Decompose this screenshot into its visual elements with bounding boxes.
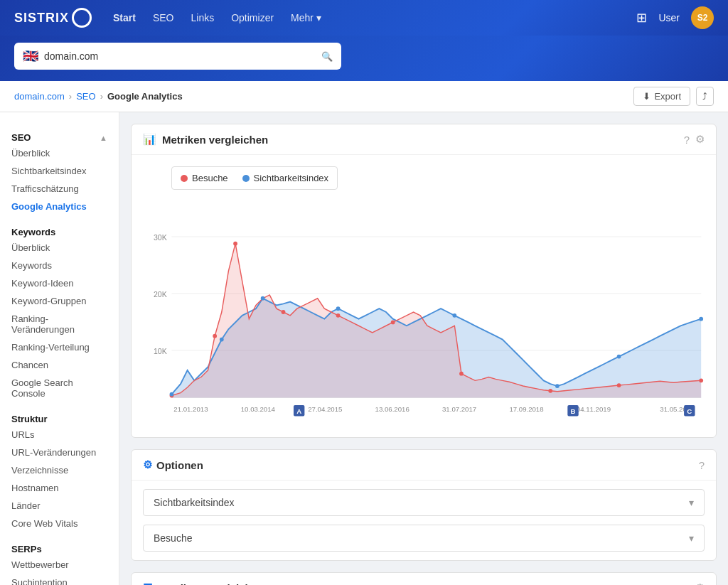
- svg-text:21.01.2013: 21.01.2013: [173, 405, 208, 413]
- logo: SISTRIX: [14, 8, 92, 28]
- search-input[interactable]: [44, 50, 316, 62]
- red-dot: [459, 372, 464, 376]
- sidebar-keywords-header: Keywords: [0, 222, 119, 239]
- sidebar-item-google-search-console[interactable]: Google Search Console: [0, 374, 119, 402]
- svg-text:30K: 30K: [154, 233, 167, 242]
- svg-text:13.06.2016: 13.06.2016: [375, 405, 410, 413]
- sidebar-item-ueberblick-seo[interactable]: Überblick: [0, 144, 119, 162]
- flag-icon: 🇬🇧: [23, 48, 38, 64]
- chart-settings-button[interactable]: ⚙: [695, 133, 705, 146]
- share-button[interactable]: ⤴: [696, 87, 714, 106]
- logo-circle: [72, 8, 92, 28]
- sidebar-item-keywords[interactable]: Keywords: [0, 257, 119, 274]
- sidebar-item-wettbewerber[interactable]: Wettbewerber: [0, 556, 119, 574]
- legend-besuche: Besuche: [181, 173, 228, 183]
- chart-card-actions: ? ⚙: [684, 133, 705, 146]
- dropdown-besuche[interactable]: Besuche ▾: [143, 525, 705, 552]
- table-card-header: ☰ Metriken vergleichen ? ⚙: [132, 573, 716, 585]
- chart-card-header: 📊 Metriken vergleichen ? ⚙: [132, 124, 716, 155]
- sidebar-item-keyword-ideen[interactable]: Keyword-Ideen: [0, 274, 119, 292]
- chart-help-button[interactable]: ?: [684, 134, 690, 146]
- blue-dot: [336, 306, 341, 311]
- nav-start[interactable]: Start: [113, 9, 136, 26]
- sidebar-item-laender[interactable]: Länder: [0, 497, 119, 515]
- main-layout: SEO ▲ Überblick Sichtbarkeitsindex Traff…: [0, 112, 728, 585]
- top-navigation: SISTRIX Start SEO Links Optimizer Mehr ▾…: [0, 0, 728, 36]
- sidebar-seo-title: SEO: [11, 132, 31, 143]
- chart-card: 📊 Metriken vergleichen ? ⚙ Besuche: [131, 124, 717, 438]
- blue-dot: [261, 296, 265, 301]
- sidebar-item-core-web-vitals[interactable]: Core Web Vitals: [0, 515, 119, 532]
- sidebar-item-verzeichnisse[interactable]: Verzeichnisse: [0, 461, 119, 479]
- red-dot: [233, 242, 237, 246]
- table-help-button[interactable]: ?: [684, 582, 690, 586]
- nav-seo[interactable]: SEO: [153, 9, 174, 26]
- sidebar-item-chancen[interactable]: Chancen: [0, 356, 119, 374]
- options-card: ⚙ Optionen ? Sichtbarkeitsindex ▾ Besuch…: [131, 449, 717, 561]
- search-bar: 🇬🇧 🔍: [14, 43, 341, 70]
- svg-text:20K: 20K: [154, 290, 167, 299]
- sidebar-item-suchintention[interactable]: Suchintention: [0, 574, 119, 585]
- sidebar-item-hostnamen[interactable]: Hostnamen: [0, 479, 119, 497]
- chart-legend: Besuche Sichtbarkeitsindex: [171, 166, 338, 190]
- svg-text:04.11.2019: 04.11.2019: [577, 405, 611, 413]
- sidebar-item-google-analytics[interactable]: Google Analytics: [0, 198, 119, 215]
- sidebar-item-ranking-veraenderungen[interactable]: Ranking-Veränderungen: [0, 310, 119, 338]
- sidebar-item-trafficsschaetzung[interactable]: Trafficschätzung: [0, 180, 119, 198]
- blue-dot: [170, 392, 174, 397]
- sidebar-struktur-header: Struktur: [0, 409, 119, 426]
- breadcrumb-sep-2: ›: [100, 91, 103, 102]
- avatar[interactable]: S2: [691, 6, 714, 29]
- options-title: ⚙ Optionen: [143, 458, 203, 471]
- legend-label-sichtbarkeit: Sichtbarkeitsindex: [254, 173, 329, 183]
- options-help-button[interactable]: ?: [699, 459, 705, 471]
- sidebar-seo-toggle[interactable]: ▲: [100, 134, 107, 142]
- table-card-actions: ? ⚙: [684, 581, 705, 585]
- grid-icon[interactable]: ⊞: [636, 10, 647, 26]
- svg-text:31.07.2017: 31.07.2017: [442, 405, 476, 413]
- svg-text:C: C: [687, 407, 692, 415]
- options-gear-icon: ⚙: [143, 458, 152, 471]
- chart-svg-wrapper: 30K 20K 10K 21.01.2013 10.03.2014 27.04.…: [143, 198, 705, 426]
- breadcrumb-bar: domain.com › SEO › Google Analytics ⬇ Ex…: [0, 81, 728, 112]
- breadcrumb-sep-1: ›: [69, 91, 72, 102]
- svg-text:A: A: [296, 407, 301, 415]
- sidebar-section-seo: SEO ▲ Überblick Sichtbarkeitsindex Traff…: [0, 128, 119, 215]
- breadcrumb-seo[interactable]: SEO: [76, 91, 95, 102]
- red-dot: [213, 334, 217, 338]
- blue-dot: [699, 317, 703, 321]
- red-dot: [617, 383, 621, 387]
- dropdown-sichtbarkeitsindex-label: Sichtbarkeitsindex: [154, 497, 235, 508]
- blue-dot: [452, 313, 456, 318]
- chart-icon: 📊: [143, 133, 156, 146]
- table-title-text: Metriken vergleichen: [158, 582, 264, 586]
- sidebar-item-ranking-verteilung[interactable]: Ranking-Verteilung: [0, 338, 119, 356]
- nav-optimizer[interactable]: Optimizer: [231, 9, 274, 26]
- chart-svg: 30K 20K 10K 21.01.2013 10.03.2014 27.04.…: [143, 198, 705, 426]
- export-actions: ⬇ Export ⤴: [633, 87, 714, 106]
- breadcrumb-domain[interactable]: domain.com: [14, 91, 65, 102]
- sidebar-item-keyword-gruppen[interactable]: Keyword-Gruppen: [0, 292, 119, 310]
- legend-label-besuche: Besuche: [192, 173, 228, 183]
- nav-links[interactable]: Links: [191, 9, 215, 26]
- table-card: ☰ Metriken vergleichen ? ⚙ Datum Besuche…: [131, 572, 717, 585]
- svg-text:10K: 10K: [154, 347, 167, 355]
- sidebar-item-url-veraenderungen[interactable]: URL-Veränderungen: [0, 444, 119, 461]
- sidebar-item-sichtbarkeitsindex[interactable]: Sichtbarkeitsindex: [0, 162, 119, 180]
- export-button[interactable]: ⬇ Export: [633, 87, 690, 106]
- options-title-text: Optionen: [156, 459, 203, 471]
- dropdown-sichtbarkeitsindex[interactable]: Sichtbarkeitsindex ▾: [143, 489, 705, 516]
- sidebar-section-serps: SERPs Wettbewerber Suchintention SERP-Sn…: [0, 540, 119, 585]
- nav-right: ⊞ User S2: [636, 6, 714, 29]
- chevron-down-icon-1: ▾: [689, 497, 694, 508]
- chevron-down-icon-2: ▾: [689, 532, 694, 544]
- table-settings-button[interactable]: ⚙: [695, 581, 705, 585]
- nav-mehr[interactable]: Mehr ▾: [291, 9, 321, 26]
- user-label[interactable]: User: [658, 12, 680, 23]
- main-content: 📊 Metriken vergleichen ? ⚙ Besuche: [119, 112, 728, 585]
- sidebar-item-ueberblick-kw[interactable]: Überblick: [0, 239, 119, 257]
- search-icon[interactable]: 🔍: [321, 51, 333, 62]
- table-icon: ☰: [143, 581, 152, 585]
- sidebar-item-urls[interactable]: URLs: [0, 426, 119, 444]
- legend-dot-sichtbarkeit: [242, 175, 250, 182]
